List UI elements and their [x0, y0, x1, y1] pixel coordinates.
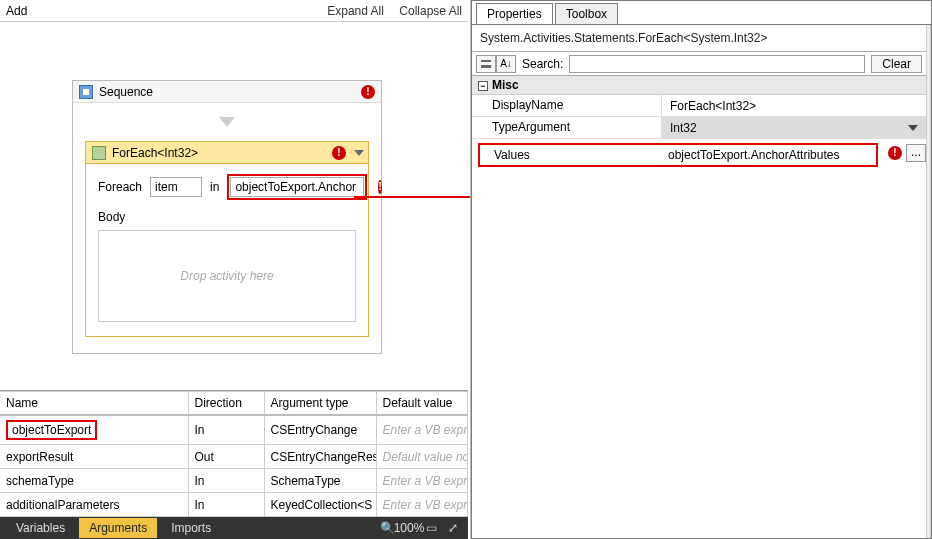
collapse-all-link[interactable]: Collapse All — [399, 4, 462, 18]
foreach-activity[interactable]: ForEach<Int32> ! Foreach in ! — [85, 141, 369, 337]
prop-displayname[interactable]: DisplayName ForEach<Int32> — [472, 95, 926, 117]
tab-toolbox[interactable]: Toolbox — [555, 3, 618, 24]
prop-values-highlight[interactable]: Values objectToExport.AnchorAttributes — [478, 143, 878, 167]
cell-default[interactable]: Enter a VB express — [376, 493, 468, 517]
expression-editor-button[interactable]: ... — [906, 144, 926, 162]
expand-all-link[interactable]: Expand All — [327, 4, 384, 18]
combo-value: Int32 — [670, 121, 697, 135]
tab-arguments[interactable]: Arguments — [79, 518, 157, 538]
selected-type-path: System.Activities.Statements.ForEach<Sys… — [472, 25, 926, 52]
cell-name[interactable]: exportResult — [0, 445, 188, 469]
collapse-toggle-icon[interactable]: − — [478, 81, 488, 91]
foreach-header[interactable]: ForEach<Int32> ! — [86, 142, 368, 164]
cell-direction[interactable]: In — [188, 493, 264, 517]
foreach-label: Foreach — [98, 180, 142, 194]
search-label: Search: — [522, 57, 563, 71]
table-row[interactable]: schemaTypeInSchemaTypeEnter a VB express — [0, 469, 468, 493]
cell-direction[interactable]: Out — [188, 445, 264, 469]
overview-icon[interactable]: ▭ — [422, 519, 440, 537]
col-type[interactable]: Argument type — [264, 391, 376, 415]
cell-name[interactable]: additionalParameters — [0, 493, 188, 517]
collection-expression-input[interactable] — [230, 177, 364, 197]
cell-type[interactable]: CSEntryChange — [264, 415, 376, 445]
sequence-icon — [79, 85, 93, 99]
cell-name[interactable]: schemaType — [0, 469, 188, 493]
arguments-grid[interactable]: Name Direction Argument type Default val… — [0, 390, 468, 518]
loop-variable-input[interactable] — [150, 177, 202, 197]
sequence-title: Sequence — [99, 85, 153, 99]
designer-canvas[interactable]: Sequence ! ForEach<Int32> ! Foreach — [0, 22, 468, 390]
foreach-title: ForEach<Int32> — [112, 146, 198, 160]
annotation-arrow — [354, 196, 482, 198]
prop-typeargument[interactable]: TypeArgument Int32 — [472, 117, 926, 139]
error-icon[interactable]: ! — [361, 85, 375, 99]
foreach-icon — [92, 146, 106, 160]
col-default[interactable]: Default value — [376, 391, 468, 415]
cell-direction[interactable]: In — [188, 469, 264, 493]
sequence-header[interactable]: Sequence ! — [73, 81, 381, 103]
cell-default[interactable]: Default value not su — [376, 445, 468, 469]
table-row[interactable]: additionalParametersInKeyedCollection<SE… — [0, 493, 468, 517]
cell-direction[interactable]: In — [188, 415, 264, 445]
cell-type[interactable]: KeyedCollection<S — [264, 493, 376, 517]
prop-key: Values — [480, 145, 660, 165]
add-link[interactable]: Add — [6, 4, 27, 18]
in-label: in — [210, 180, 219, 194]
drop-indicator-icon — [219, 117, 235, 127]
fit-icon[interactable]: ⤢ — [444, 519, 462, 537]
misc-label: Misc — [492, 78, 519, 92]
cell-default[interactable]: Enter a VB express — [376, 469, 468, 493]
prop-value[interactable]: objectToExport.AnchorAttributes — [660, 145, 876, 165]
col-direction[interactable]: Direction — [188, 391, 264, 415]
collection-input-highlight — [227, 174, 367, 200]
prop-value[interactable]: ForEach<Int32> — [662, 95, 926, 116]
cell-default[interactable]: Enter a VB express — [376, 415, 468, 445]
zoom-level[interactable]: 100% — [400, 519, 418, 537]
cell-type[interactable]: CSEntryChangeRes — [264, 445, 376, 469]
bottom-tabbar: Variables Arguments Imports 🔍 100% ▭ ⤢ — [0, 517, 468, 539]
sort-alpha-button[interactable]: A↓ — [496, 55, 516, 73]
error-icon[interactable]: ! — [888, 146, 902, 160]
property-search-bar: A↓ Search: Clear — [472, 52, 926, 76]
drop-hint: Drop activity here — [180, 269, 273, 283]
table-row[interactable]: objectToExportInCSEntryChangeEnter a VB … — [0, 415, 468, 445]
dropdown-icon[interactable] — [908, 125, 918, 131]
prop-value-combo[interactable]: Int32 — [662, 117, 926, 138]
property-search-input[interactable] — [569, 55, 865, 73]
table-row[interactable]: exportResultOutCSEntryChangeResDefault v… — [0, 445, 468, 469]
body-label: Body — [98, 210, 356, 224]
tab-variables[interactable]: Variables — [6, 518, 75, 538]
right-tabstrip: Properties Toolbox — [472, 1, 931, 25]
error-icon[interactable]: ! — [378, 180, 381, 194]
body-drop-zone[interactable]: Drop activity here — [98, 230, 356, 322]
category-misc[interactable]: −Misc — [472, 76, 926, 95]
error-icon[interactable]: ! — [332, 146, 346, 160]
clear-search-button[interactable]: Clear — [871, 55, 922, 73]
grid-header-row: Name Direction Argument type Default val… — [0, 391, 468, 415]
cell-name[interactable]: objectToExport — [0, 415, 188, 445]
tab-properties[interactable]: Properties — [476, 3, 553, 24]
cell-type[interactable]: SchemaType — [264, 469, 376, 493]
sequence-activity[interactable]: Sequence ! ForEach<Int32> ! Foreach — [72, 80, 382, 354]
tab-imports[interactable]: Imports — [161, 518, 221, 538]
categorize-button[interactable] — [476, 55, 496, 73]
splitter[interactable] — [926, 25, 931, 538]
properties-panel: Properties Toolbox System.Activities.Sta… — [470, 0, 932, 539]
col-name[interactable]: Name — [0, 391, 188, 415]
prop-key: DisplayName — [472, 95, 662, 116]
prop-key: TypeArgument — [472, 117, 662, 138]
designer-toolbar: Add Expand All Collapse All — [0, 0, 468, 22]
designer-panel: Add Expand All Collapse All Sequence ! F… — [0, 0, 468, 539]
collapse-icon[interactable] — [354, 150, 364, 156]
